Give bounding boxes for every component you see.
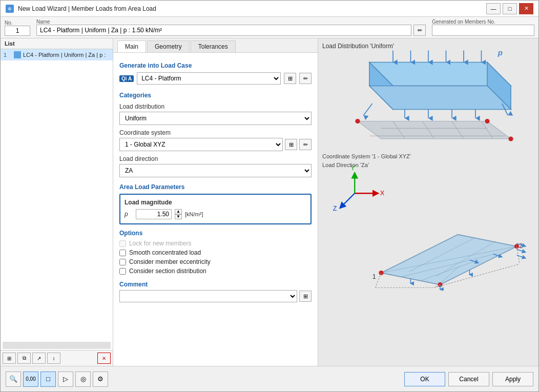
list-tool-select-btn[interactable]: ↗ bbox=[32, 353, 46, 364]
bottom-tools: 🔍 0,00 □ ▷ ◎ ⚙ bbox=[6, 372, 108, 387]
lock-row: Lock for new members bbox=[119, 239, 312, 248]
spin-up-btn[interactable]: ▲ bbox=[175, 209, 182, 214]
coord-svg: X Y Z bbox=[322, 161, 534, 291]
close-button[interactable]: ✕ bbox=[519, 3, 533, 14]
svg-text:Z: Z bbox=[333, 204, 337, 212]
minimize-button[interactable]: — bbox=[486, 3, 501, 14]
tab-main[interactable]: Main bbox=[117, 40, 146, 52]
svg-text:2: 2 bbox=[519, 242, 523, 250]
svg-text:X: X bbox=[380, 189, 385, 196]
lc-add-btn[interactable]: ⊞ bbox=[284, 73, 296, 84]
coord-vis-section: Coordinate System '1 - Global XYZ' Load … bbox=[322, 151, 534, 362]
app-icon: ⊕ bbox=[6, 5, 14, 13]
right-panel: Load Distribution 'Uniform' bbox=[318, 38, 538, 366]
options-label: Options bbox=[119, 230, 312, 237]
title-bar-controls: — □ ✕ bbox=[486, 3, 533, 14]
svg-marker-3 bbox=[369, 86, 511, 109]
coord-system-select[interactable]: 1 - Global XYZ bbox=[119, 138, 283, 151]
list-items: 1 LC4 - Platform | Uniform | Za | p : bbox=[1, 49, 113, 341]
rect-tool-btn[interactable]: □ bbox=[40, 372, 56, 387]
num-tool-btn[interactable]: 0,00 bbox=[23, 372, 38, 387]
coord-btn1[interactable]: ⊞ bbox=[285, 139, 297, 150]
qi-badge: Qi A bbox=[119, 75, 134, 82]
comment-btn[interactable]: ⊞ bbox=[299, 291, 312, 302]
lock-checkbox[interactable] bbox=[119, 240, 126, 247]
comment-row: ⊞ bbox=[119, 290, 312, 302]
circle-tool-btn[interactable]: ◎ bbox=[75, 372, 91, 387]
coord-title-line1: Coordinate System '1 - Global XYZ' bbox=[322, 153, 411, 159]
lc-edit-btn[interactable]: ✏ bbox=[299, 73, 312, 84]
uniform-svg: p bbox=[322, 45, 534, 157]
smooth-checkbox[interactable] bbox=[119, 250, 126, 256]
apply-button[interactable]: Apply bbox=[492, 372, 533, 386]
gen-members-section: Generated on Members No. bbox=[432, 19, 534, 36]
spin-down-btn[interactable]: ▼ bbox=[175, 214, 182, 219]
ok-button[interactable]: OK bbox=[404, 372, 445, 386]
list-tool-add-btn[interactable]: ⊞ bbox=[3, 353, 16, 364]
comment-input[interactable] bbox=[119, 290, 297, 302]
load-dir-select[interactable]: ZA bbox=[119, 164, 312, 177]
list-item[interactable]: 1 LC4 - Platform | Uniform | Za | p : bbox=[1, 49, 113, 60]
coord-btn2[interactable]: ✏ bbox=[299, 139, 312, 150]
p-input[interactable] bbox=[136, 209, 172, 219]
section-dist-row: Consider section distribution bbox=[119, 266, 312, 276]
maximize-button[interactable]: □ bbox=[503, 3, 517, 14]
tri-tool-btn[interactable]: ▷ bbox=[58, 372, 73, 387]
param-row: p ▲ ▼ [kN/m²] bbox=[125, 209, 306, 219]
list-header: List bbox=[1, 38, 113, 49]
load-dir-label: Load direction bbox=[119, 155, 312, 162]
no-label: No. bbox=[5, 20, 30, 26]
bottom-bar: 🔍 0,00 □ ▷ ◎ ⚙ OK Cancel Apply bbox=[1, 366, 538, 391]
section-label: Consider section distribution bbox=[129, 267, 206, 275]
uniform-vis-section: Load Distribution 'Uniform' bbox=[322, 43, 534, 149]
list-tool-delete-btn[interactable]: ✕ bbox=[97, 353, 111, 364]
categories-label: Categories bbox=[119, 92, 312, 99]
list-tool-copy-btn[interactable]: ⧉ bbox=[17, 353, 31, 364]
name-input[interactable] bbox=[36, 25, 411, 36]
tab-bar: Main Geometry Tolerances bbox=[113, 38, 318, 53]
comment-section: Comment ⊞ bbox=[119, 281, 312, 302]
search-tool-btn[interactable]: 🔍 bbox=[6, 372, 21, 387]
gen-members-label: Generated on Members No. bbox=[432, 19, 534, 25]
svg-text:Y: Y bbox=[350, 164, 355, 172]
no-input[interactable] bbox=[5, 26, 30, 36]
smooth-row: Smooth concentrated load bbox=[119, 248, 312, 257]
tab-geometry[interactable]: Geometry bbox=[147, 40, 190, 52]
load-magnitude-label: Load magnitude bbox=[125, 199, 306, 206]
no-section: No. bbox=[5, 20, 30, 36]
svg-text:p: p bbox=[497, 48, 503, 56]
p-unit: [kN/m²] bbox=[185, 211, 203, 217]
lc-select[interactable]: LC4 - Platform bbox=[137, 72, 281, 85]
list-item-text: LC4 - Platform | Uniform | Za | p : bbox=[23, 52, 106, 58]
gear-tool-btn[interactable]: ⚙ bbox=[93, 372, 108, 387]
svg-line-29 bbox=[340, 193, 355, 208]
svg-point-18 bbox=[355, 119, 360, 123]
name-section: Name ✏ bbox=[36, 19, 426, 36]
list-scrollbar[interactable] bbox=[3, 342, 111, 349]
tab-tolerances[interactable]: Tolerances bbox=[191, 40, 236, 52]
eccentricity-row: Consider member eccentricity bbox=[119, 257, 312, 266]
spin-buttons: ▲ ▼ bbox=[175, 209, 182, 219]
load-dist-label: Load distribution bbox=[119, 103, 312, 110]
uniform-vis-box: p bbox=[322, 52, 534, 149]
window-title: New Load Wizard | Member Loads from Area… bbox=[18, 5, 156, 12]
load-dist-select[interactable]: Uniform bbox=[119, 112, 312, 125]
options-section: Options Lock for new members Smooth conc… bbox=[119, 230, 312, 276]
form-body: Generate into Load Case Qi A LC4 - Platf… bbox=[113, 53, 318, 366]
area-params-label: Area Load Parameters bbox=[119, 183, 312, 191]
svg-point-19 bbox=[485, 119, 489, 123]
cancel-button[interactable]: Cancel bbox=[448, 372, 489, 386]
gen-members-input[interactable] bbox=[432, 25, 534, 36]
main-content: List 1 LC4 - Platform | Uniform | Za | p… bbox=[1, 38, 538, 366]
coord-system-label: Coordinate system bbox=[119, 129, 312, 136]
list-tool-sort-btn[interactable]: ↕ bbox=[47, 353, 60, 364]
section-checkbox[interactable] bbox=[119, 268, 126, 275]
edit-name-button[interactable]: ✏ bbox=[413, 25, 426, 36]
action-buttons: OK Cancel Apply bbox=[404, 372, 533, 386]
svg-line-52 bbox=[517, 249, 526, 252]
title-bar-left: ⊕ New Load Wizard | Member Loads from Ar… bbox=[6, 5, 156, 13]
eccentricity-checkbox[interactable] bbox=[119, 259, 126, 265]
svg-point-20 bbox=[508, 136, 513, 141]
smooth-label: Smooth concentrated load bbox=[129, 249, 201, 256]
left-panel: List 1 LC4 - Platform | Uniform | Za | p… bbox=[1, 38, 113, 366]
